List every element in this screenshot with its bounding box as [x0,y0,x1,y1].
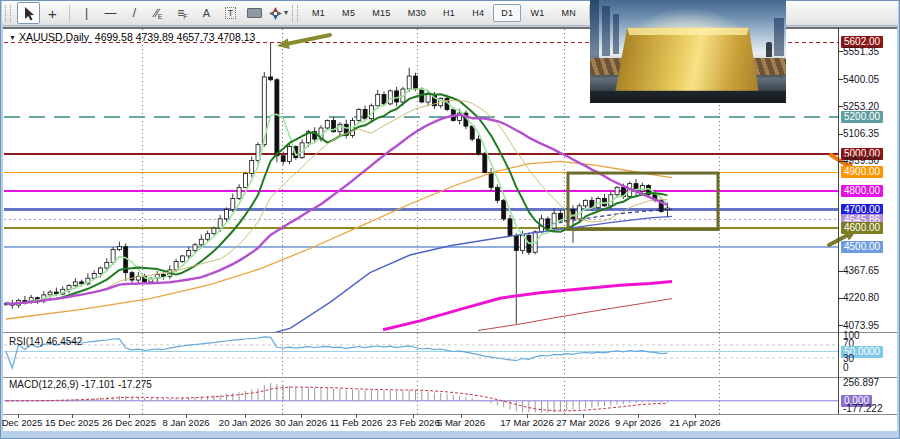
tab-timeframe-m5[interactable]: M5 [334,4,363,22]
city-silhouette [590,0,599,62]
horizontal-line-icon[interactable]: — [99,2,122,24]
symbol-dropdown-icon[interactable]: ▼ [9,34,16,41]
city-silhouette [774,18,784,56]
cursor-icon[interactable] [17,2,40,24]
shapes-icon[interactable] [243,2,266,24]
date-label: 27 Mar 2026 [556,417,609,428]
text-icon[interactable]: A [195,2,218,24]
tab-timeframe-h4[interactable]: H4 [464,4,492,22]
price-axis-label: 4367.65 [843,265,879,277]
rsi-axis-label: 0 [843,362,849,374]
price-axis-label: 5106.35 [843,128,879,140]
trendline-icon[interactable]: / [123,2,146,24]
vertical-line-icon[interactable]: | [75,2,98,24]
tab-timeframe-m15[interactable]: M15 [364,4,398,22]
date-label: 26 Dec 2025 [102,417,156,428]
city-silhouette [602,6,610,56]
price-axis-badge: 4800.00 [841,185,883,197]
city-silhouette [613,14,619,54]
date-label: 8 Jan 2026 [162,417,209,428]
date-label: 11 Feb 2026 [330,417,383,428]
terminal-window: + | — / ∕∕E ≡F A T ▾ M1 M5 M15 M30 H1 H4… [0,0,900,439]
price-axis[interactable]: 5602.005551.355400.055253.205200.005106.… [840,0,898,430]
price-axis-badge: 4600.00 [841,222,883,234]
price-axis-label: 5400.05 [843,74,879,86]
date-label: 20 Jan 2026 [219,417,271,428]
rsi-indicator-label: RSI(14) 46.4542 [9,336,82,347]
rsi-name: RSI(14) [9,336,43,347]
text-label-icon[interactable]: T [219,2,242,24]
price-axis-label: 5551.35 [843,46,879,58]
price-axis-badge: 4500.00 [841,241,883,253]
equidistant-channel-icon[interactable]: ∕∕E [147,2,170,24]
tab-timeframe-w1[interactable]: W1 [522,4,552,22]
chart-title[interactable]: ▼XAUUSD,Daily 4699.58 4739.89 4657.73 47… [9,31,255,43]
date-label: 30 Jan 2026 [275,417,327,428]
macd-name: MACD(12,26,9) [9,379,78,390]
macd-indicator-label: MACD(12,26,9) -17.101 -17.275 [9,379,152,390]
date-label: 9 Apr 2026 [615,417,661,428]
tab-timeframe-h1[interactable]: H1 [435,4,463,22]
gold-bar-image [590,0,786,103]
macd-axis-label: 256.897 [843,377,879,389]
figure-silhouette [766,42,772,57]
arrows-icon[interactable]: ▾ [267,2,290,24]
price-axis-badge: 4900.00 [841,166,883,178]
symbol-timeframe-label: XAUUSD,Daily [19,31,89,43]
date-label: 21 Apr 2026 [669,417,720,428]
date-label: 23 Feb 2026 [386,417,439,428]
ground [590,91,786,103]
tab-timeframe-d1[interactable]: D1 [493,4,521,22]
toolbar-grip[interactable] [292,5,298,22]
crosshair-icon[interactable]: + [41,2,64,24]
price-axis-label: 4220.80 [843,292,879,304]
date-label: 15 Dec 2025 [45,417,99,428]
toolbar-separator [69,5,70,22]
tab-timeframe-m30[interactable]: M30 [400,4,434,22]
chevron-down-icon: ▾ [284,9,288,17]
price-axis-badge: 5200.00 [841,111,883,123]
macd-axis-label: -177.222 [843,403,882,415]
fibonacci-icon[interactable]: ≡F [171,2,194,24]
date-label: 3 Dec 2025 [0,417,42,428]
date-label: 5 Mar 2026 [437,417,485,428]
macd-values: -17.101 -17.275 [81,379,152,390]
rsi-value: 46.4542 [46,336,82,347]
tab-timeframe-m1[interactable]: M1 [304,4,333,22]
toolbar-grip[interactable] [5,5,11,22]
ohlc-values: 4699.58 4739.89 4657.73 4708.13 [95,31,256,43]
tab-timeframe-mn[interactable]: MN [554,4,585,22]
date-label: 17 Mar 2026 [500,417,553,428]
